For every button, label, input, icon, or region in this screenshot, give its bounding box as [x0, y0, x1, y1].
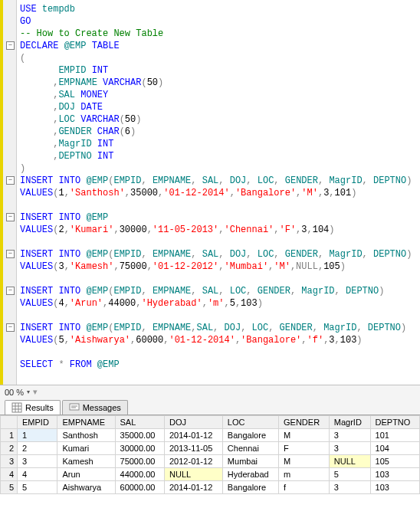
grid-cell[interactable]: Bangalore	[222, 481, 278, 494]
grid-cell[interactable]: 101	[370, 429, 419, 442]
results-grid-icon	[11, 402, 22, 413]
row-number[interactable]: 3	[1, 455, 18, 468]
sql-editor[interactable]: USE tempdbGO-- How to Create New TableDE…	[0, 0, 420, 385]
grid-cell[interactable]: 103	[370, 481, 419, 494]
grid-cell[interactable]: Hyderabad	[222, 468, 278, 481]
grid-cell[interactable]: Aishwarya	[57, 481, 115, 494]
grid-cell[interactable]: 105	[370, 455, 419, 468]
tab-results[interactable]: Results	[5, 400, 61, 415]
row-number[interactable]: 2	[1, 442, 18, 455]
grid-cell[interactable]: 35000.00	[115, 429, 164, 442]
row-number[interactable]: 4	[1, 468, 18, 481]
zoom-value[interactable]: 00 %	[5, 388, 24, 397]
tab-messages[interactable]: Messages	[62, 400, 128, 415]
zoom-toolbar: 00 % ▾ ▾	[0, 385, 420, 398]
grid-cell[interactable]: 3	[329, 429, 370, 442]
tab-messages-label: Messages	[83, 403, 121, 412]
grid-cell[interactable]: m	[279, 468, 330, 481]
grid-cell[interactable]: Mumbai	[222, 455, 278, 468]
grid-cell[interactable]: 75000.00	[115, 455, 164, 468]
grid-cell[interactable]: Chennai	[222, 442, 278, 455]
grid-cell[interactable]: 3	[329, 442, 370, 455]
table-row[interactable]: 44Arun44000.00NULLHyderabadm5103	[1, 468, 420, 481]
grid-cell[interactable]: M	[279, 455, 330, 468]
tab-results-label: Results	[25, 403, 54, 412]
grid-cell[interactable]: 5	[329, 468, 370, 481]
row-number[interactable]: 1	[1, 429, 18, 442]
zoom-dropdown-icon[interactable]: ▾	[27, 388, 30, 395]
outline-collapse-icon[interactable]: −	[6, 250, 15, 258]
row-header-blank	[1, 416, 18, 429]
zoom-separator: ▾	[33, 387, 38, 397]
grid-cell[interactable]: 2014-01-12	[165, 481, 223, 494]
messages-icon	[69, 402, 80, 413]
grid-cell[interactable]: 30000.00	[115, 442, 164, 455]
code-area[interactable]: USE tempdbGO-- How to Create New TableDE…	[20, 3, 420, 383]
column-header[interactable]: SAL	[115, 416, 164, 429]
grid-cell[interactable]: NULL	[165, 468, 223, 481]
grid-cell[interactable]: 2	[18, 442, 57, 455]
svg-rect-5	[70, 404, 79, 410]
outline-collapse-icon[interactable]: −	[6, 176, 15, 185]
column-header[interactable]: EMPID	[18, 416, 57, 429]
outline-collapse-icon[interactable]: −	[6, 287, 15, 295]
outline-collapse-icon[interactable]: −	[6, 41, 15, 50]
row-number[interactable]: 5	[1, 481, 18, 494]
grid-cell[interactable]: Kumari	[57, 442, 115, 455]
grid-cell[interactable]: 60000.00	[115, 481, 164, 494]
grid-cell[interactable]: 1	[18, 429, 57, 442]
grid-cell[interactable]: 3	[18, 455, 57, 468]
grid-cell[interactable]: M	[279, 429, 330, 442]
column-header[interactable]: LOC	[222, 416, 278, 429]
grid-cell[interactable]: 44000.00	[115, 468, 164, 481]
grid-cell[interactable]: 2013-11-05	[165, 442, 223, 455]
table-row[interactable]: 22Kumari30000.002013-11-05ChennaiF3104	[1, 442, 420, 455]
column-header[interactable]: EMPNAME	[57, 416, 115, 429]
grid-cell[interactable]: Arun	[57, 468, 115, 481]
column-header[interactable]: DEPTNO	[370, 416, 419, 429]
column-header[interactable]: GENDER	[279, 416, 330, 429]
grid-cell[interactable]: F	[279, 442, 330, 455]
grid-cell[interactable]: 3	[329, 481, 370, 494]
table-row[interactable]: 33Kamesh75000.002012-01-12MumbaiMNULL105	[1, 455, 420, 468]
column-header[interactable]: DOJ	[165, 416, 223, 429]
table-row[interactable]: 55Aishwarya60000.002014-01-12Bangaloref3…	[1, 481, 420, 494]
grid-cell[interactable]: 2014-01-12	[165, 429, 223, 442]
grid-cell[interactable]: 103	[370, 468, 419, 481]
outline-collapse-icon[interactable]: −	[6, 323, 15, 332]
grid-cell[interactable]: Santhosh	[57, 429, 115, 442]
grid-cell[interactable]: NULL	[329, 455, 370, 468]
outline-collapse-icon[interactable]: −	[6, 213, 15, 221]
result-tabs: Results Messages	[0, 398, 420, 415]
svg-rect-0	[12, 403, 21, 412]
results-grid[interactable]: EMPIDEMPNAMESALDOJLOCGENDERMagrIDDEPTNO …	[0, 415, 420, 494]
grid-cell[interactable]: f	[279, 481, 330, 494]
table-row[interactable]: 11Santhosh35000.002014-01-12BangaloreM31…	[1, 429, 420, 442]
grid-cell[interactable]: Kamesh	[57, 455, 115, 468]
grid-cell[interactable]: Bangalore	[222, 429, 278, 442]
grid-cell[interactable]: 104	[370, 442, 419, 455]
grid-cell[interactable]: 5	[18, 481, 57, 494]
grid-cell[interactable]: 2012-01-12	[165, 455, 223, 468]
grid-cell[interactable]: 4	[18, 468, 57, 481]
column-header[interactable]: MagrID	[329, 416, 370, 429]
